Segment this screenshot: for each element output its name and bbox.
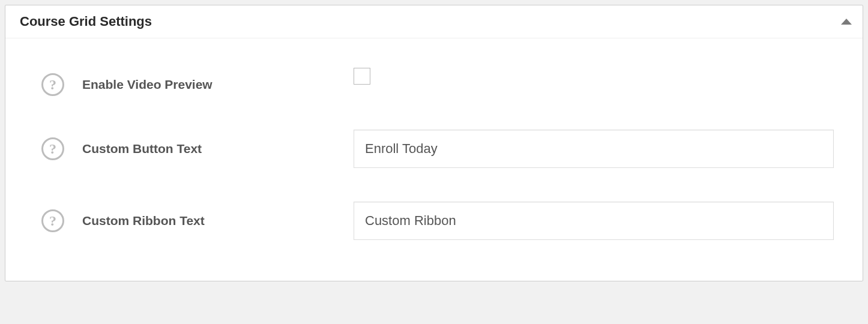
row-label-wrap: ? Custom Button Text <box>41 137 354 160</box>
row-control <box>354 130 839 168</box>
row-label-wrap: ? Custom Ribbon Text <box>41 209 354 232</box>
help-icon[interactable]: ? <box>41 73 64 96</box>
panel-body: ? Enable Video Preview ? Custom Button T… <box>5 38 863 281</box>
custom-button-text-label: Custom Button Text <box>82 142 202 156</box>
row-custom-button-text: ? Custom Button Text <box>41 113 839 185</box>
help-icon[interactable]: ? <box>41 137 64 160</box>
row-enable-video-preview: ? Enable Video Preview <box>41 56 839 113</box>
custom-ribbon-text-label: Custom Ribbon Text <box>82 214 205 228</box>
help-icon[interactable]: ? <box>41 209 64 232</box>
row-custom-ribbon-text: ? Custom Ribbon Text <box>41 185 839 257</box>
enable-video-preview-checkbox[interactable] <box>354 68 370 85</box>
enable-video-preview-label: Enable Video Preview <box>82 77 212 92</box>
panel-title: Course Grid Settings <box>20 14 152 29</box>
row-label-wrap: ? Enable Video Preview <box>41 73 354 96</box>
custom-ribbon-text-input[interactable] <box>354 202 834 240</box>
collapse-toggle-icon[interactable] <box>841 19 852 25</box>
panel-header: Course Grid Settings <box>5 5 863 38</box>
row-control <box>354 202 839 240</box>
course-grid-settings-panel: Course Grid Settings ? Enable Video Prev… <box>5 5 863 281</box>
custom-button-text-input[interactable] <box>354 130 834 168</box>
